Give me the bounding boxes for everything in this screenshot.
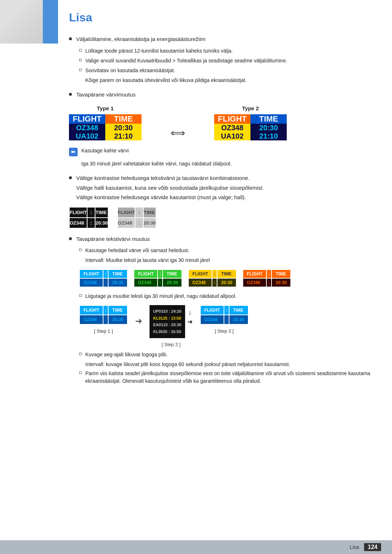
note-body: Iga 30 minuti järel vahetatakse kahte vä… [81,160,377,168]
step2-line2: KL0125 : 13:50 [153,315,181,322]
sub-item-best: Parim viis kaitsta seadet järelkujutise … [79,370,377,385]
v1-oz: OZ348 [80,279,103,287]
variant-orange: FLIGHT : TIME OZ348 : 20:30 [242,269,291,287]
note-title: Kasutage kahte värvi [81,147,129,155]
table-row: OZ348 : 20:30 [243,279,290,287]
table-row: FLIGHT : TIME [80,270,127,278]
v1-flight: FLIGHT [80,270,103,278]
type2-label: Type 2 [242,105,259,111]
sub-text-liigutage: Liigutage ja muutke teksti iga 30 minuti… [85,292,236,300]
bad-colon: : [87,208,95,217]
table-row: FLIGHT TIME [214,114,287,124]
v4-colon: : [267,270,271,278]
cell-oz: OZ348 [69,124,105,132]
step3-2030: 20:30 [229,315,248,324]
v4-2030: 20:30 [272,279,290,287]
v4-oz: OZ348 [243,279,266,287]
good-row-time: 20:30 [144,218,156,228]
v3-colon: : [212,270,217,278]
bullet-text-contrast1: Vältige kontrastse heledusega tekstivärv… [76,174,264,182]
bad-header-time: TIME [95,208,107,217]
bad-row-time: 20:30 [95,218,107,228]
table-row: FLIGHT : TIME [118,208,156,217]
step1-table: FLIGHT : TIME OZ348 : 20:30 [79,305,128,325]
good-row-oz: OZ348 [118,218,135,228]
sub-item-liigutage: Liigutage ja muutke teksti iga 30 minuti… [79,292,377,300]
bad-header-flight: FLIGHT [70,208,87,217]
good-header-time: TIME [144,208,156,217]
step2-line3: EA0110 : 20:30 [153,321,181,328]
v4-flight: FLIGHT [243,270,266,278]
v3-colon2: : [212,279,217,287]
bullet-item-textcolor: Tavapärane tekstivärvi muutus [69,235,377,243]
step1-label: [ Step 1 ] [94,328,113,334]
contrast-demo: FLIGHT : TIME OZ348 : 20:30 FLIGHT : TIM… [69,207,377,229]
sub-text-best: Parim viis kaitsta seadet järelkujutise … [85,370,377,385]
table-row: FLIGHT : TIME [80,306,127,315]
type1-label: Type 1 [97,105,114,111]
v2-colon: : [158,270,162,278]
table-row: OZ348 : 20:30 [189,279,236,287]
sub-square-icon [79,353,82,355]
cell-time2: 21:10 [105,132,142,140]
table-row: OZ348 : 20:30 [118,218,156,228]
table-row: UA102 21:10 [214,132,287,140]
cell-flight-header-t2: FLIGHT [214,114,250,124]
table-row: OZ348 20:30 [214,124,287,132]
sub-square-icon [79,69,82,71]
type1-box: Type 1 FLIGHT TIME OZ348 20:30 UA102 21:… [69,105,142,140]
bullet-text-contrast2: Vältige halli kasutamist, kuna see võib … [76,184,264,192]
v1-time: TIME [109,270,127,278]
sub-item-3: Soovitatav on kasutada ekraanisäästjat. [79,67,377,74]
step1-box: FLIGHT : TIME OZ348 : 20:30 [ Step 1 ] [79,305,128,334]
v1-2030: 20:30 [109,279,127,287]
variant-green: FLIGHT : TIME OZ348 : 20:30 [134,269,182,287]
contrast-bad-table: FLIGHT : TIME OZ348 : 20:30 [69,207,109,229]
v1-colon2: : [103,279,108,287]
step2-line1: UP0310 : 24:20 [153,308,181,315]
sidebar-blue-accent [43,0,58,44]
sub-text-3: Soovitatav on kasutada ekraanisäästjat. [85,67,175,74]
arrow-right-icon: ➜ [187,318,193,326]
sub-square-icon [79,294,82,297]
step2-line4: KL0025 : 16:50 [153,328,181,335]
v2-2030: 20:30 [163,279,181,287]
contrast-good-table: FLIGHT : TIME OZ348 : 20:30 [117,207,157,229]
sub-square-icon [79,372,82,374]
cell-time-header-t2: TIME [250,114,287,124]
table-row: OZ348 20:30 [69,124,142,132]
bullet-item-color: Tavapärane värvimuutus [69,91,377,99]
sub-text-logo: Kuvage aeg-ajalt liikuvat logoga pilti. [85,351,167,358]
bullet-item-power: Väljalülitamine, ekraanisäästja ja energ… [69,35,377,44]
sub-square-icon [79,49,82,52]
color-variation-row: FLIGHT : TIME OZ348 : 20:30 FLIGHT : [79,269,377,287]
table-row: FLIGHT : TIME [201,306,248,315]
step3-time: TIME [229,306,248,315]
step3-colon2: : [224,315,229,324]
note-two-colors: ✏ Kasutage kahte värvi [69,147,377,156]
cell-time-header: TIME [105,114,142,124]
sub-indent-3: Kõige parem on kasutada ühevärvilist või… [85,77,377,84]
v3-2030: 20:30 [217,279,236,287]
table-row: FLIGHT TIME [69,114,142,124]
arrow-down-icon: ↓ [188,309,192,316]
cell-time2-t2: 21:10 [250,132,287,140]
footer-page-number: 124 [364,543,381,551]
section-contrast: Vältige kontrastse heledusega tekstivärv… [69,174,377,229]
step1-colon: : [103,306,108,315]
bullet-text-power: Väljalülitamine, ekraanisäästja ja energ… [76,35,205,44]
cell-ua: UA102 [69,132,105,140]
step1-flight: FLIGHT [80,306,103,315]
table-row: OZ348 : 20:30 [134,279,181,287]
sub-item-1: Lülitage toode pärast 12-tunnilist kasut… [79,47,377,55]
sub-text-2: Valige arvutil suvandid Kuvaatribuudid >… [85,57,287,65]
v1-colon: : [103,270,108,278]
v4-colon2: : [267,279,271,287]
step2-box: UP0310 : 24:20 KL0125 : 13:50 EA0110 : 2… [150,305,193,347]
sub-item-2: Valige arvutil suvandid Kuvaatribuudid >… [79,57,377,65]
sub-item-light-colors: Kasutage heledaid värve või sarnast hele… [79,247,377,254]
table-row: FLIGHT : TIME [243,270,290,278]
step1-colon2: : [103,315,108,324]
step3-flight: FLIGHT [201,306,224,315]
step3-oz: OZ348 [201,315,224,324]
